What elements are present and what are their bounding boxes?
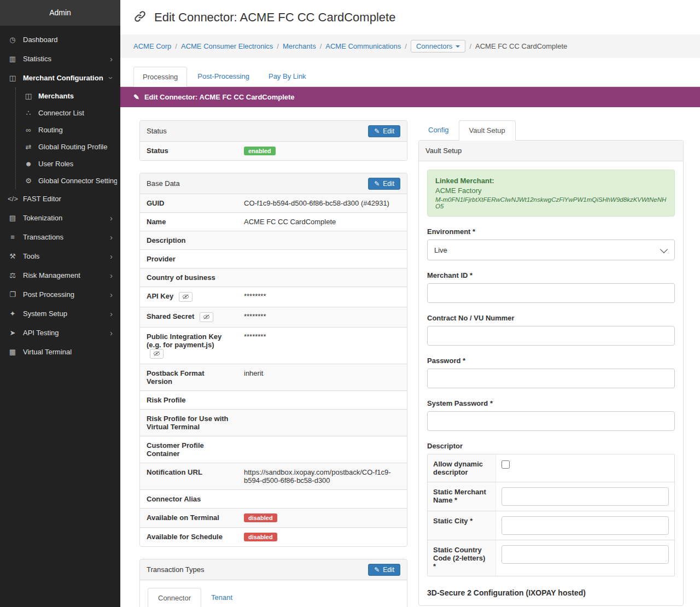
sidebar-item-post-processing[interactable]: ❐ Post Processing › xyxy=(0,285,120,304)
status-panel-title: Status xyxy=(147,127,167,135)
breadcrumb-item[interactable]: ACME Communications xyxy=(325,42,401,50)
shared-secret-reveal-button[interactable] xyxy=(200,312,213,322)
terminal-status-badge: disabled xyxy=(244,513,277,522)
chevron-right-icon: › xyxy=(110,233,113,241)
sidebar-item-transactions[interactable]: ≡ Transactions › xyxy=(0,227,120,247)
sidebar-item-routing[interactable]: ∞ Routing xyxy=(16,121,120,138)
sidebar-item-virtual-terminal[interactable]: ▦ Virtual Terminal xyxy=(0,342,120,361)
base-data-row-available-schedule: Available for Schedule disabled xyxy=(140,527,407,546)
tab-vault-setup[interactable]: Vault Setup xyxy=(459,120,516,141)
routing-icon: ∞ xyxy=(24,126,33,134)
breadcrumb: ACME Corp / ACME Consumer Electronics / … xyxy=(120,34,700,58)
connector-list-icon: ∴ xyxy=(24,109,33,117)
base-data-row-country: Country of business xyxy=(140,268,407,287)
base-data-row-risk-profile-vt: Risk Profile for Use with Virtual Termin… xyxy=(140,409,407,436)
tab-connector[interactable]: Connector xyxy=(148,588,201,607)
tab-config[interactable]: Config xyxy=(418,120,459,141)
sidebar: Admin ◷ Dashboard ▥ Statistics › ◫ Merch… xyxy=(0,0,120,607)
global-routing-icon: ⇄ xyxy=(24,143,33,151)
static-country-code-input[interactable] xyxy=(501,545,669,564)
base-data-row-api-key: API Key ******** xyxy=(140,287,407,307)
vault-setup-panel-title: Vault Setup xyxy=(425,147,462,155)
chevron-down-icon xyxy=(660,246,668,253)
breadcrumb-item[interactable]: Merchants xyxy=(283,42,316,50)
system-password-input[interactable] xyxy=(427,411,675,431)
base-data-row-provider: Provider xyxy=(140,249,407,268)
breadcrumb-item[interactable]: ACME Consumer Electronics xyxy=(181,42,273,50)
static-merchant-name-input[interactable] xyxy=(501,487,669,506)
tab-tenant[interactable]: Tenant xyxy=(201,588,242,607)
caret-down-icon xyxy=(456,45,460,48)
api-key-reveal-button[interactable] xyxy=(179,292,192,302)
status-row: Status enabled xyxy=(140,142,407,160)
sidebar-item-merchant-configuration[interactable]: ◫ Merchant Configuration › xyxy=(0,68,120,87)
status-badge: enabled xyxy=(244,147,276,155)
linked-merchant-token: M-m0FN1lFjrbtXtFERwCIwNJWt12nskwgCzFlYwP… xyxy=(435,196,667,209)
base-data-row-postback-format: Postback Format Version inherit xyxy=(140,364,407,390)
sidebar-item-api-testing[interactable]: ➤ API Testing › xyxy=(0,323,120,342)
breadcrumb-current: ACME FC CC CardComplete xyxy=(475,42,567,50)
base-data-row-public-integration-key: Public Integration Key (e.g. for payment… xyxy=(140,327,407,364)
linked-merchant-name[interactable]: ACME Factory xyxy=(435,186,667,195)
sidebar-item-merchants[interactable]: ◫ Merchants xyxy=(16,87,120,104)
sidebar-item-fast-editor[interactable]: </> FAST Editor xyxy=(0,189,120,208)
schedule-status-badge: disabled xyxy=(244,533,277,541)
chevron-right-icon: › xyxy=(110,290,113,299)
linked-merchant-alert: Linked Merchant: ACME Factory M-m0FN1lFj… xyxy=(427,170,675,217)
edit-icon: ✎ xyxy=(374,180,380,188)
base-data-row-name: Name ACME FC CC CardComplete xyxy=(140,212,407,231)
tab-processing[interactable]: Processing xyxy=(133,67,187,87)
status-edit-button[interactable]: ✎ Edit xyxy=(368,125,400,137)
tools-icon: ⚒ xyxy=(8,252,18,260)
user-roles-icon: ☻ xyxy=(24,160,33,168)
gear-icon: ⚙ xyxy=(24,177,33,185)
descriptor-row-city: Static City * xyxy=(428,511,674,540)
sidebar-item-tools[interactable]: ⚒ Tools › xyxy=(0,247,120,266)
descriptor-table: Allow dynamic descriptor Static Merchant… xyxy=(427,454,675,576)
sidebar-item-statistics[interactable]: ▥ Statistics › xyxy=(0,49,120,68)
public-key-reveal-button[interactable] xyxy=(150,349,164,359)
sidebar-item-tokenization[interactable]: ▤ Tokenization › xyxy=(0,208,120,227)
config-vault-tabs: Config Vault Setup xyxy=(418,120,684,141)
vault-setup-panel: Vault Setup Linked Merchant: ACME Factor… xyxy=(418,140,684,606)
chevron-right-icon: › xyxy=(110,252,113,260)
contract-no-label: Contract No / VU Nummer xyxy=(427,314,675,322)
base-data-row-notification-url: Notification URL https://sandbox.ixopay.… xyxy=(140,463,407,489)
status-panel: Status ✎ Edit Status enabled xyxy=(139,120,407,161)
sidebar-item-system-setup[interactable]: ✦ System Setup › xyxy=(0,304,120,323)
descriptor-label: Descriptor xyxy=(427,442,675,450)
merchant-id-label: Merchant ID * xyxy=(427,271,675,279)
sidebar-item-global-connector-settings[interactable]: ⚙ Global Connector Settings xyxy=(16,172,120,189)
sidebar-item-connector-list[interactable]: ∴ Connector List xyxy=(16,104,120,121)
merchant-id-input[interactable] xyxy=(427,283,675,303)
virtual-terminal-icon: ▦ xyxy=(8,348,18,356)
sidebar-item-dashboard[interactable]: ◷ Dashboard xyxy=(0,30,120,49)
tab-post-processing[interactable]: Post-Processing xyxy=(189,67,258,86)
environment-label: Environment * xyxy=(427,227,675,236)
base-data-edit-button[interactable]: ✎ Edit xyxy=(368,178,400,190)
page-tabs: Processing Post-Processing Pay By Link xyxy=(120,58,700,87)
sidebar-item-global-routing-profile[interactable]: ⇄ Global Routing Profile xyxy=(16,138,120,155)
transaction-types-panel: Transaction Types ✎ Edit Connector Tenan… xyxy=(139,559,407,607)
merchant-configuration-icon: ◫ xyxy=(8,74,18,82)
statistics-icon: ▥ xyxy=(8,55,18,63)
contract-no-input[interactable] xyxy=(427,326,675,346)
base-data-row-guid: GUID CO-f1c9-b594-d500-6f86-bc58-d300 (#… xyxy=(140,194,407,212)
sidebar-item-risk-management[interactable]: ⚖ Risk Management › xyxy=(0,266,120,285)
descriptor-row-dynamic: Allow dynamic descriptor xyxy=(428,454,674,482)
static-city-input[interactable] xyxy=(501,516,669,535)
tab-pay-by-link[interactable]: Pay By Link xyxy=(260,67,315,86)
sidebar-item-user-roles[interactable]: ☻ User Roles xyxy=(16,155,120,172)
connectors-dropdown[interactable]: Connectors xyxy=(411,40,465,52)
environment-select[interactable]: Live xyxy=(427,240,675,260)
transaction-types-edit-button[interactable]: ✎ Edit xyxy=(368,564,400,576)
risk-management-icon: ⚖ xyxy=(8,271,18,279)
breadcrumb-item[interactable]: ACME Corp xyxy=(133,42,171,50)
allow-dynamic-descriptor-checkbox[interactable] xyxy=(501,460,510,469)
transactions-icon: ≡ xyxy=(8,233,18,241)
base-data-panel: Base Data ✎ Edit GUID CO-f1c9-b594-d500-… xyxy=(139,173,407,547)
chevron-right-icon: › xyxy=(110,271,113,279)
page-title: Edit Connector: ACME FC CC CardComplete xyxy=(154,10,395,25)
chevron-down-icon: › xyxy=(107,77,115,79)
password-input[interactable] xyxy=(427,369,675,388)
